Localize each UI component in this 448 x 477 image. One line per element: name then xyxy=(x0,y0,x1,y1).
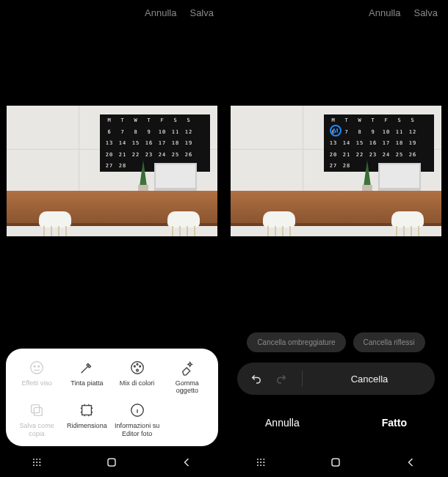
right-topbar: Annulla Salva xyxy=(224,0,448,25)
tool-label: Mix di colori xyxy=(120,379,155,387)
system-navbar xyxy=(224,452,448,473)
recents-button[interactable] xyxy=(29,454,46,470)
save-button[interactable]: Salva xyxy=(413,7,438,18)
tools-sheet: Effetti viso Tinta piatta Mix di colori … xyxy=(6,349,218,446)
svg-point-0 xyxy=(31,361,43,374)
tool-label: Tinta piatta xyxy=(71,379,103,387)
photo-content: 2017 MTWTFSS 6789101112 13141516171819 2… xyxy=(7,106,217,236)
erase-button[interactable]: Cancella xyxy=(316,374,423,385)
info-icon xyxy=(129,401,146,419)
cancel-button[interactable]: Annulla xyxy=(369,7,400,18)
palette-icon xyxy=(129,359,146,376)
svg-point-7 xyxy=(136,369,138,371)
save-button[interactable]: Salva xyxy=(189,7,214,18)
face-icon xyxy=(28,359,46,376)
tool-about-editor[interactable]: Informazioni su Editor foto xyxy=(112,401,162,437)
erase-reflections-pill[interactable]: Cancella riflessi xyxy=(353,332,425,353)
eyedropper-icon xyxy=(78,359,95,376)
photo-preview[interactable]: 2017 MTWTFSS 6789101112 13141516171819 2… xyxy=(231,106,441,236)
tool-save-as-copy[interactable]: Salva come copia xyxy=(12,401,62,437)
system-navbar xyxy=(0,452,224,473)
calendar-header: MTWTFSS xyxy=(104,117,206,123)
cancel-button[interactable]: Annulla xyxy=(145,7,176,18)
tool-label: Gomma oggetto xyxy=(164,379,211,395)
undo-icon[interactable] xyxy=(249,371,264,386)
tool-label: Salva come copia xyxy=(13,422,60,437)
back-button[interactable] xyxy=(402,454,419,470)
photo-preview[interactable]: 2017 MTWTFSS 6789101112 13141516171819 2… xyxy=(7,106,217,236)
separator xyxy=(302,371,303,387)
home-button[interactable] xyxy=(104,454,120,470)
svg-rect-9 xyxy=(34,408,42,416)
tool-face-effects[interactable]: Effetti viso xyxy=(12,359,62,395)
redo-icon[interactable] xyxy=(274,371,289,386)
erase-options-row: Cancella ombreggiature Cancella riflessi xyxy=(224,332,448,353)
left-topbar: Annulla Salva xyxy=(0,0,224,25)
svg-point-1 xyxy=(34,365,35,367)
svg-rect-12 xyxy=(108,459,115,466)
erase-shadows-pill[interactable]: Cancella ombreggiature xyxy=(247,332,345,353)
tool-label: Informazioni su Editor foto xyxy=(114,422,161,437)
svg-rect-10 xyxy=(82,406,92,415)
home-button[interactable] xyxy=(328,454,344,470)
svg-rect-8 xyxy=(32,405,40,413)
photo-content: 2017 MTWTFSS 6789101112 13141516171819 2… xyxy=(231,106,441,236)
done-button[interactable]: Fatto xyxy=(375,411,414,434)
final-row: Annulla Fatto xyxy=(224,411,448,434)
tool-resize[interactable]: Ridimensiona xyxy=(62,401,112,437)
selection-marker[interactable]: M xyxy=(330,125,342,136)
left-pane: Annulla Salva 2017 MTWTFSS 6789101112 13… xyxy=(0,0,224,477)
action-bar: Cancella xyxy=(237,363,435,395)
svg-rect-13 xyxy=(332,459,339,466)
svg-point-2 xyxy=(38,365,40,367)
back-button[interactable] xyxy=(178,454,195,470)
right-pane: Annulla Salva 2017 MTWTFSS 6789101112 13… xyxy=(224,0,448,477)
cancel-button[interactable]: Annulla xyxy=(258,411,307,434)
tool-label: Effetti viso xyxy=(21,379,51,387)
svg-point-6 xyxy=(139,365,140,367)
tool-object-eraser[interactable]: Gomma oggetto xyxy=(162,359,212,395)
save-copy-icon xyxy=(28,401,46,419)
tool-color-mix[interactable]: Mix di colori xyxy=(112,359,162,395)
tool-label: Ridimensiona xyxy=(67,422,107,429)
recents-button[interactable] xyxy=(253,454,270,470)
svg-point-5 xyxy=(137,363,138,365)
svg-point-4 xyxy=(134,365,135,367)
resize-icon xyxy=(78,401,95,419)
tool-flat-tint[interactable]: Tinta piatta xyxy=(62,359,112,395)
eraser-sparkle-icon xyxy=(178,359,196,376)
